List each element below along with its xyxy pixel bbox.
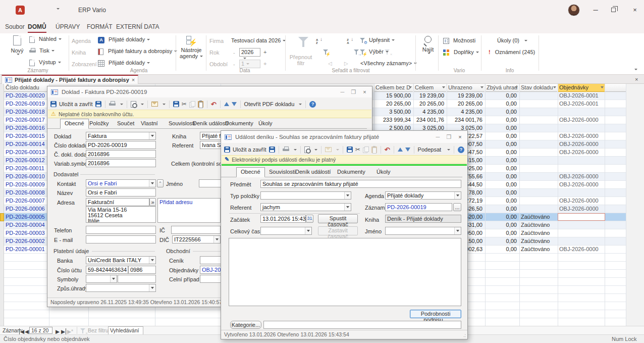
restore-icon[interactable]: ❒	[445, 134, 453, 140]
preview-icon[interactable]	[131, 101, 136, 108]
filter-arrow-icon[interactable]	[553, 86, 556, 88]
export-save-icon[interactable]	[173, 101, 179, 107]
cell-id[interactable]: PD-2026-00006	[4, 205, 48, 213]
cell-id[interactable]: PD-2026-00016	[4, 124, 48, 132]
tab-denik-udalosti[interactable]: Deník událostí	[193, 120, 228, 126]
cell-stav[interactable]	[519, 181, 557, 188]
close-icon[interactable]: ×	[361, 89, 368, 95]
cell-celkem_bez[interactable]: 233 999,34	[374, 116, 412, 124]
undo-icon[interactable]	[385, 146, 390, 154]
cell-obj[interactable]: OBJ-2026-0000	[558, 149, 604, 156]
filter-arrow-icon[interactable]	[601, 86, 604, 88]
ucet-kod-field[interactable]: 0986	[128, 266, 156, 274]
cell-celkem[interactable]: 20 265,00	[413, 100, 446, 108]
cell-uhrazeno[interactable]: 20 265,00	[447, 100, 484, 108]
copy-icon[interactable]	[189, 101, 195, 107]
kontakt-open-button[interactable]: ^	[157, 179, 164, 187]
popis-textarea[interactable]	[229, 238, 461, 306]
zaznam-field[interactable]: PD-2026-00019	[385, 203, 452, 211]
first-record-button[interactable]: ◀	[19, 328, 24, 334]
save-icon[interactable]	[50, 101, 57, 107]
email-field[interactable]	[86, 235, 156, 243]
tab-ukoly[interactable]: Úkoly	[258, 120, 273, 126]
cell-stav[interactable]	[519, 132, 557, 140]
cell-obj[interactable]	[558, 124, 604, 132]
cell-zbyva[interactable]: 0,00	[485, 140, 518, 148]
tab-obecne[interactable]: Obecné	[236, 167, 265, 177]
copy-icon[interactable]	[363, 146, 369, 153]
cell-zbyva[interactable]: 0,00	[485, 149, 518, 156]
restore-icon[interactable]: ❒	[350, 89, 357, 95]
ic-field[interactable]	[171, 226, 221, 234]
prev-record-icon[interactable]	[398, 148, 403, 152]
close-icon[interactable]: ×	[456, 134, 464, 140]
cell-stav[interactable]	[519, 173, 557, 180]
cut-icon[interactable]	[182, 101, 187, 108]
cell-stav[interactable]	[519, 149, 557, 156]
predmet-field[interactable]: Souhlas se zpracováním faktury přijaté	[260, 180, 461, 188]
cell-celkem[interactable]: 19 239,00	[413, 92, 446, 100]
cell-obj[interactable]: OBJ-2026-0000	[558, 181, 604, 188]
cell-id[interactable]: PD-2026-00015	[4, 132, 48, 140]
cell-id[interactable]: PD-2026-00020	[4, 92, 48, 100]
tab-obecne[interactable]: Obecné	[60, 119, 89, 129]
paste-icon[interactable]	[371, 146, 377, 153]
preview-icon[interactable]	[304, 146, 310, 153]
cell-zbyva[interactable]: 0,00	[485, 124, 518, 132]
zacatek-field[interactable]: 13.01.2026 15:43:08	[260, 215, 306, 223]
cell-celkem[interactable]: 234 001,76	[413, 116, 446, 124]
cell-zbyva[interactable]: 0,00	[485, 237, 518, 245]
filter-arrow-icon[interactable]	[409, 86, 412, 88]
last-record-button[interactable]: ▶	[61, 328, 66, 334]
col-header-celkem[interactable]: Celkem	[413, 84, 446, 92]
prev-record-icon[interactable]	[224, 102, 229, 106]
open-pdf-button[interactable]: Otevřít PDF dokladu	[244, 101, 295, 107]
col-header-id[interactable]: Číslo dokladu	[4, 84, 49, 92]
cell-id[interactable]: PD-2026-00012	[4, 157, 48, 164]
cell-celkem_bez[interactable]: 15 900,00	[374, 92, 412, 100]
minimize-icon[interactable]: ─	[434, 134, 442, 140]
save-new-icon[interactable]	[95, 101, 101, 107]
cell-zbyva[interactable]: 0,00	[485, 92, 518, 100]
cell-celkem[interactable]: 4 235,00	[413, 108, 446, 116]
cell-obj[interactable]	[558, 157, 604, 164]
adresa-type-select[interactable]: Fakturační	[86, 198, 149, 206]
zaznam-more-button[interactable]: ...	[453, 203, 461, 211]
cell-obj[interactable]: OBJ-2026-0000	[558, 205, 604, 213]
tab-dokumenty[interactable]: Dokumenty	[337, 169, 365, 175]
cell-celkem_bez[interactable]: 20 265,00	[374, 100, 412, 108]
cell-id[interactable]: PD-2026-00005	[4, 213, 48, 221]
cell-uhrazeno[interactable]: 234 001,76	[447, 116, 484, 124]
tab-souvislosti[interactable]: Souvislosti	[169, 120, 195, 126]
print-icon[interactable]	[109, 101, 116, 107]
cell-id[interactable]: PD-2026-00007	[4, 197, 48, 205]
cell-stav[interactable]	[519, 108, 557, 116]
cislo-dodav-field[interactable]: 2016896	[86, 150, 156, 158]
cell-zbyva[interactable]: 0,00	[485, 173, 518, 180]
cell-zbyva[interactable]: 0,00	[485, 213, 518, 221]
cell-stav[interactable]: Zaúčtováno	[519, 213, 557, 221]
celkovy-cas-select[interactable]	[260, 227, 312, 235]
cell-zbyva[interactable]: 0,00	[485, 189, 518, 197]
cell-zbyva[interactable]: 0,00	[485, 100, 518, 108]
referent-select[interactable]: jachym	[260, 203, 351, 211]
next-record-button[interactable]: ▶	[56, 328, 60, 334]
active-cell[interactable]	[558, 213, 605, 221]
cell-stav[interactable]	[519, 116, 557, 124]
cell-zbyva[interactable]: 0,00	[485, 165, 518, 172]
next-record-icon[interactable]	[405, 148, 410, 152]
cislo-dokladu-field[interactable]: PD-2026-00019	[86, 141, 156, 149]
cell-obj[interactable]	[558, 237, 604, 245]
cell-obj[interactable]	[558, 221, 604, 229]
selected-record-marker[interactable]	[0, 213, 4, 221]
kategorie-field[interactable]	[263, 321, 461, 329]
pridat-adresu-link[interactable]: Přidat adresu	[159, 199, 192, 205]
new-record-button[interactable]: ▶*	[67, 328, 73, 334]
cell-zbyva[interactable]: 0,00	[485, 205, 518, 213]
doklad-type-select[interactable]: Faktura	[86, 132, 156, 140]
cell-zbyva[interactable]: 0,00	[485, 108, 518, 116]
no-filter-icon[interactable]: ×	[80, 328, 86, 334]
filter-arrow-icon[interactable]	[480, 86, 484, 88]
cell-stav[interactable]	[519, 124, 557, 132]
tab-denik-udalosti[interactable]: Deník událostí	[295, 169, 331, 175]
